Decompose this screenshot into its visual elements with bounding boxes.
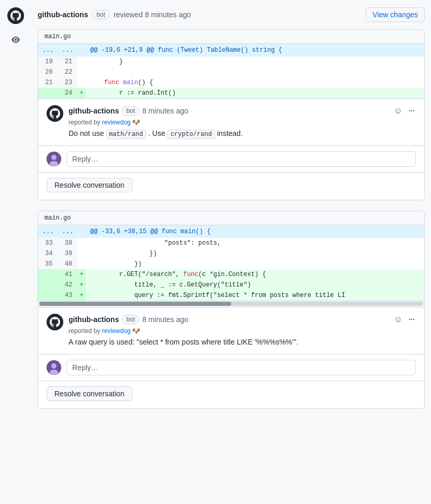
view-changes-button[interactable]: View changes — [366, 7, 425, 22]
reported-by-link-1[interactable]: reviewdog 🐶 — [102, 119, 140, 126]
commenter-avatar-2 — [47, 314, 63, 330]
emoji-button-2[interactable]: ☺ — [393, 314, 403, 325]
resolve-area-2: Resolve conversation — [38, 381, 424, 408]
svg-point-4 — [51, 363, 56, 369]
reported-by-2: reported by reviewdog 🐶 — [69, 327, 416, 335]
comment-author-2: github-actions — [69, 315, 119, 324]
line-num-old: ... — [38, 44, 58, 56]
reply-area-2: Reply… — [38, 354, 424, 381]
left-sidebar — [0, 0, 31, 504]
review-time: 8 minutes ago — [145, 10, 191, 19]
diff-row: 20 22 — [38, 67, 424, 77]
page-wrapper: github-actions bot reviewed 8 minutes ag… — [0, 0, 431, 504]
svg-point-1 — [51, 155, 56, 160]
diff-row-2b: 34 39 }) — [38, 248, 424, 259]
diff-row-2c: 35 40 }) — [38, 259, 424, 269]
horizontal-scrollbar[interactable] — [38, 301, 424, 307]
reply-input-2[interactable]: Reply… — [66, 360, 416, 375]
svg-point-5 — [50, 370, 58, 375]
review-block-1: main.go ... ... @@ -19,6 +21,9 @@ func (… — [38, 29, 425, 200]
review-header: github-actions bot reviewed 8 minutes ag… — [38, 5, 425, 22]
diff-table-1: ... ... @@ -19,6 +21,9 @@ func (Tweet) T… — [38, 44, 424, 98]
comment-section-2: github-actions bot 8 minutes ago ☺ ··· r… — [38, 307, 424, 408]
diff-row: 19 21 } — [38, 56, 424, 67]
comment-box-1: github-actions bot 8 minutes ago ☺ ··· r… — [38, 99, 424, 145]
file-header-1: main.go — [38, 30, 424, 44]
resolve-button-1[interactable]: Resolve conversation — [47, 178, 132, 192]
inline-code-2: crypto/rand — [167, 130, 215, 139]
reply-avatar-1 — [47, 152, 61, 166]
hunk-header: @@ -19,6 +21,9 @@ func (Tweet) TableName… — [86, 44, 424, 56]
comment-time-1: 8 minutes ago — [142, 107, 188, 115]
review-header-left: github-actions bot reviewed 8 minutes ag… — [38, 10, 191, 19]
comment-content-2: A raw query is used: "select * from post… — [69, 337, 416, 348]
review-meta: reviewed 8 minutes ago — [114, 10, 191, 19]
comment-author-1: github-actions — [69, 107, 119, 115]
reported-by-link-2[interactable]: reviewdog 🐶 — [102, 327, 140, 335]
comment-actions-2: ☺ ··· — [393, 314, 416, 325]
review-action: reviewed — [114, 10, 143, 19]
resolve-area-1: Resolve conversation — [38, 172, 424, 200]
comment-header-2: github-actions bot 8 minutes ago ☺ ··· — [69, 314, 416, 325]
reviewer-name: github-actions — [38, 10, 88, 19]
comment-content-1: Do not use math/rand . Use crypto/rand i… — [69, 128, 416, 139]
diff-hunk-row: ... ... @@ -19,6 +21,9 @@ func (Tweet) T… — [38, 44, 424, 56]
review-block-2: main.go ... ... @@ -33,6 +38,15 @@ func … — [38, 211, 425, 409]
bot-badge: bot — [92, 10, 109, 19]
resolve-button-2[interactable]: Resolve conversation — [47, 386, 132, 401]
reported-by-prefix-2: reported by — [69, 327, 100, 335]
emoji-button-1[interactable]: ☺ — [393, 105, 403, 117]
reported-by-1: reported by reviewdog 🐶 — [69, 119, 416, 126]
file-header-2: main.go — [38, 211, 424, 225]
hunk-header-2: @@ -33,6 +38,15 @@ func main() { — [86, 225, 424, 238]
reply-avatar-2 — [47, 360, 61, 375]
comment-bot-badge-2: bot — [122, 315, 139, 324]
comment-time-2: 8 minutes ago — [142, 315, 188, 324]
more-button-2[interactable]: ··· — [407, 314, 416, 325]
main-content: github-actions bot reviewed 8 minutes ag… — [31, 0, 431, 504]
svg-point-2 — [50, 161, 58, 166]
reply-area-1: Reply… — [38, 145, 424, 172]
github-logo — [7, 7, 24, 24]
diff-add-row-2a: 41 + r.GET("/search", func(c *gin.Contex… — [38, 269, 424, 280]
comment-header-1: github-actions bot 8 minutes ago ☺ ··· — [69, 105, 416, 117]
line-num-new: ... — [58, 44, 78, 56]
comment-bot-badge-1: bot — [122, 106, 139, 116]
diff-add-row: 24 + r := rand.Int() — [38, 88, 424, 98]
diff-hunk-row-2: ... ... @@ -33,6 +38,15 @@ func main() { — [38, 225, 424, 238]
scrollbar-track — [39, 302, 423, 306]
reported-by-prefix-1: reported by — [69, 119, 100, 126]
diff-add-row-2b: 42 + title, _ := c.GetQuery("title") — [38, 280, 424, 290]
diff-row: 21 23 func main() { — [38, 77, 424, 88]
diff-add-row-2c: 43 + query := fmt.Sprintf("select * from… — [38, 290, 424, 301]
inline-code-1: math/rand — [106, 130, 146, 139]
diff-table-2: ... ... @@ -33,6 +38,15 @@ func main() {… — [38, 225, 424, 301]
comment-box-2: github-actions bot 8 minutes ago ☺ ··· r… — [38, 307, 424, 354]
reply-input-1[interactable]: Reply… — [66, 151, 416, 167]
comment-actions-1: ☺ ··· — [393, 105, 416, 117]
commenter-avatar-1 — [47, 105, 63, 122]
comment-body-2: github-actions bot 8 minutes ago ☺ ··· r… — [69, 314, 416, 348]
comment-body-1: github-actions bot 8 minutes ago ☺ ··· r… — [69, 105, 416, 139]
diff-row-2: 33 38 "posts": posts, — [38, 238, 424, 248]
scrollbar-thumb[interactable] — [39, 302, 231, 306]
more-button-1[interactable]: ··· — [407, 106, 416, 116]
comment-section-1: github-actions bot 8 minutes ago ☺ ··· r… — [38, 98, 424, 200]
eye-icon — [10, 35, 21, 45]
